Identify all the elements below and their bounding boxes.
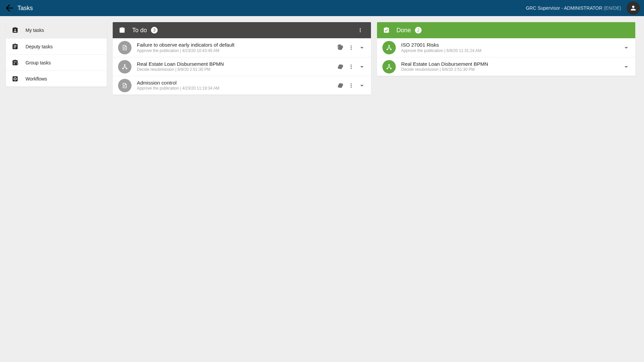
more-vert-icon — [357, 27, 363, 33]
user-avatar[interactable] — [627, 1, 640, 15]
chevron-down-icon — [358, 44, 366, 52]
sidebar-item-label: Workflows — [25, 76, 47, 82]
thumbs-icon — [337, 44, 344, 51]
task-title: Real Estate Loan Disbursement BPMN — [401, 61, 621, 67]
task-type-icon — [118, 41, 131, 54]
todo-more-button[interactable] — [356, 25, 365, 35]
sidebar: My tasks Deputy tasks Group tasks Workfl… — [6, 22, 107, 87]
document-icon — [122, 83, 128, 89]
sidebar-item-group-tasks[interactable]: Group tasks — [6, 54, 107, 70]
sidebar-item-label: Group tasks — [25, 60, 51, 65]
todo-header: To do 3 — [113, 22, 371, 38]
task-type-icon — [118, 60, 131, 73]
document-icon — [122, 45, 128, 51]
more-vert-icon — [348, 44, 355, 51]
sidebar-item-my-tasks[interactable]: My tasks — [6, 22, 107, 38]
assignment-group-icon — [11, 59, 19, 66]
more-vert-icon — [348, 82, 355, 89]
arrow-back-icon — [4, 3, 15, 13]
assignment-icon — [11, 43, 19, 50]
settings-app-icon — [11, 75, 19, 83]
todo-column: To do 3 Failure to observe early indicat… — [113, 22, 371, 95]
chevron-down-icon — [622, 63, 630, 71]
vote-button[interactable] — [335, 81, 345, 91]
task-more-button[interactable] — [346, 43, 356, 53]
user-lang: (EN/DE) — [604, 5, 621, 11]
task-row[interactable]: Failure to observe early indicators of d… — [113, 38, 371, 57]
chevron-down-icon — [358, 63, 366, 71]
task-type-icon — [382, 60, 396, 73]
done-column: Done 2 ISO 27001 Risks Approve the publi… — [377, 22, 635, 76]
thumbs-icon — [337, 63, 344, 70]
more-vert-icon — [348, 63, 355, 70]
task-more-button[interactable] — [346, 62, 356, 72]
person-icon — [630, 4, 637, 12]
task-more-button[interactable] — [346, 81, 356, 91]
hierarchy-icon — [386, 45, 392, 51]
expand-button[interactable] — [621, 62, 631, 72]
task-title: ISO 27001 Risks — [401, 42, 621, 48]
vote-button[interactable] — [335, 62, 345, 72]
task-subtitle: Approve the publication | 4/23/20 11:19:… — [137, 86, 335, 91]
task-row[interactable]: Admission control Approve the publicatio… — [113, 76, 371, 95]
task-row[interactable]: Real Estate Loan Disbursement BPMN Decid… — [377, 57, 635, 76]
app-header: Tasks GRC Supervisor - ADMINISTRATOR (EN… — [0, 0, 644, 16]
task-title: Failure to observe early indicators of d… — [137, 42, 335, 48]
chevron-down-icon — [622, 44, 630, 52]
sidebar-item-workflows[interactable]: Workflows — [6, 70, 107, 87]
task-subtitle: Approve the publication | 4/23/20 10:43:… — [137, 48, 335, 54]
done-task-list: ISO 27001 Risks Approve the publication … — [377, 38, 635, 76]
assignment-ind-icon — [11, 27, 19, 34]
hierarchy-icon — [386, 64, 392, 70]
main-content: My tasks Deputy tasks Group tasks Workfl… — [0, 16, 644, 95]
sidebar-item-deputy-tasks[interactable]: Deputy tasks — [6, 38, 107, 54]
task-subtitle: Approve the publication | 6/8/20 11:31:2… — [401, 48, 621, 54]
expand-button[interactable] — [621, 43, 631, 53]
done-count-badge: 2 — [415, 27, 422, 34]
task-title: Admission control — [137, 80, 335, 86]
task-type-icon — [118, 79, 131, 92]
clipboard-icon — [118, 26, 126, 34]
clipboard-check-icon — [382, 26, 390, 34]
page-title: Tasks — [17, 5, 33, 12]
task-subtitle: Decide resubmission | 6/9/20 2:51:30 PM — [137, 67, 335, 72]
user-info: GRC Supervisor - ADMINISTRATOR (EN/DE) — [526, 5, 621, 11]
task-title: Real Estate Loan Disbursement BPMN — [137, 61, 335, 67]
user-role: GRC Supervisor - ADMINISTRATOR — [526, 5, 602, 11]
task-subtitle: Decide resubmission | 6/8/20 2:51:30 PM — [401, 67, 621, 72]
sidebar-item-label: Deputy tasks — [25, 44, 53, 49]
sidebar-item-label: My tasks — [25, 28, 44, 33]
task-row[interactable]: Real Estate Loan Disbursement BPMN Decid… — [113, 57, 371, 76]
done-header: Done 2 — [377, 22, 635, 38]
vote-button[interactable] — [335, 43, 345, 53]
todo-title: To do — [132, 27, 147, 34]
todo-count-badge: 3 — [151, 27, 158, 34]
back-button[interactable] — [4, 3, 15, 13]
expand-button[interactable] — [357, 62, 367, 72]
chevron-down-icon — [358, 82, 366, 90]
thumbs-icon — [337, 82, 344, 89]
expand-button[interactable] — [357, 81, 367, 91]
task-type-icon — [382, 41, 396, 54]
todo-task-list: Failure to observe early indicators of d… — [113, 38, 371, 95]
expand-button[interactable] — [357, 43, 367, 53]
hierarchy-icon — [122, 64, 128, 70]
done-title: Done — [396, 27, 411, 34]
task-row[interactable]: ISO 27001 Risks Approve the publication … — [377, 38, 635, 57]
